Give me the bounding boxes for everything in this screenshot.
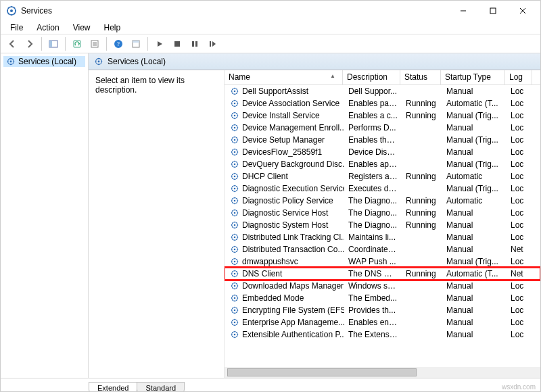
svg-point-48 bbox=[234, 261, 236, 263]
minimize-button[interactable] bbox=[448, 1, 478, 20]
service-row[interactable]: Downloaded Maps ManagerWindows se...Manu… bbox=[225, 280, 540, 292]
service-row[interactable]: Diagnostic Execution ServiceExecutes dia… bbox=[225, 182, 540, 195]
service-startup-type: Manual bbox=[442, 318, 507, 327]
services-app-icon bbox=[6, 5, 17, 16]
gear-icon bbox=[230, 160, 239, 169]
pane-header-title: Services (Local) bbox=[108, 57, 166, 66]
gear-icon bbox=[230, 232, 239, 242]
menu-help[interactable]: Help bbox=[97, 22, 128, 34]
service-row[interactable]: Device Setup ManagerEnables the ...Manua… bbox=[225, 134, 540, 146]
back-button[interactable] bbox=[5, 36, 20, 51]
service-startup-type: Manual bbox=[442, 208, 507, 218]
menu-view[interactable]: View bbox=[66, 22, 97, 34]
service-logon: Loc bbox=[507, 220, 534, 230]
service-description: Enables the ... bbox=[344, 135, 402, 145]
service-description: Provides th... bbox=[344, 305, 402, 315]
pause-service-button[interactable] bbox=[187, 36, 202, 51]
service-row[interactable]: Distributed Link Tracking Cl...Maintains… bbox=[225, 231, 540, 243]
service-name: Device Install Service bbox=[242, 111, 320, 120]
gear-icon bbox=[230, 281, 239, 291]
service-startup-type: Manual bbox=[442, 330, 507, 339]
close-button[interactable] bbox=[508, 1, 538, 20]
forward-button[interactable] bbox=[22, 36, 37, 51]
service-row[interactable]: Diagnostic Service HostThe Diagno...Runn… bbox=[225, 207, 540, 219]
service-startup-type: Manual bbox=[442, 293, 507, 303]
maximize-button[interactable] bbox=[478, 1, 508, 20]
export-list-button[interactable] bbox=[87, 36, 102, 51]
properties-button[interactable] bbox=[128, 36, 143, 51]
service-name: Embedded Mode bbox=[242, 293, 304, 303]
detail-description-area: Select an item to view its description. bbox=[89, 70, 224, 378]
service-name: Diagnostic Execution Service bbox=[242, 184, 344, 193]
gear-icon bbox=[230, 87, 239, 96]
service-logon: Loc bbox=[507, 281, 534, 291]
service-row[interactable]: DevicesFlow_25859f1Device Disc...ManualL… bbox=[225, 146, 540, 158]
service-row[interactable]: Embedded ModeThe Embed...ManualLoc bbox=[225, 292, 540, 304]
service-description: Dell Suppor... bbox=[344, 87, 402, 96]
services-rows[interactable]: Dell SupportAssistDell Suppor...ManualLo… bbox=[225, 85, 540, 367]
column-description[interactable]: Description bbox=[343, 70, 400, 84]
service-logon: Loc bbox=[507, 111, 534, 120]
service-name: Extensible Authentication P... bbox=[242, 330, 344, 339]
watermark: wsxdn.com bbox=[502, 383, 536, 391]
show-hide-tree-button[interactable] bbox=[46, 36, 61, 51]
service-description: Coordinates... bbox=[344, 245, 402, 254]
menu-action[interactable]: Action bbox=[30, 22, 66, 34]
service-startup-type: Manual (Trig... bbox=[442, 160, 507, 169]
service-row[interactable]: Diagnostic Policy ServiceThe Diagno...Ru… bbox=[225, 195, 540, 207]
main-body: Services (Local) Services (Local) Select… bbox=[1, 53, 540, 378]
service-row[interactable]: Device Association ServiceEnables pair..… bbox=[225, 97, 540, 109]
tab-extended[interactable]: Extended bbox=[89, 382, 137, 392]
service-startup-type: Automatic bbox=[442, 172, 507, 181]
service-logon: Loc bbox=[507, 232, 534, 242]
help-button[interactable]: ? bbox=[111, 36, 126, 51]
stop-service-button[interactable] bbox=[170, 36, 185, 51]
svg-point-36 bbox=[234, 188, 236, 190]
tree-node-services-local[interactable]: Services (Local) bbox=[3, 56, 85, 67]
column-log-on-as[interactable]: Log bbox=[505, 70, 532, 84]
service-startup-type: Manual (Trig... bbox=[442, 184, 507, 193]
service-logon: Loc bbox=[507, 196, 534, 205]
service-row[interactable]: Diagnostic System HostThe Diagno...Runni… bbox=[225, 219, 540, 231]
gear-icon bbox=[230, 208, 239, 218]
service-row[interactable]: DevQuery Background Disc...Enables app..… bbox=[225, 158, 540, 170]
svg-point-1 bbox=[10, 9, 13, 12]
service-row[interactable]: dmwappushsvcWAP Push ...Manual (Trig...L… bbox=[225, 255, 540, 268]
service-logon: Loc bbox=[507, 135, 534, 145]
service-startup-type: Manual bbox=[442, 305, 507, 315]
service-logon: Net bbox=[507, 269, 534, 278]
column-status[interactable]: Status bbox=[400, 70, 441, 84]
menu-file[interactable]: File bbox=[3, 22, 30, 34]
svg-point-52 bbox=[234, 285, 236, 287]
service-row[interactable]: DHCP ClientRegisters an...RunningAutomat… bbox=[225, 170, 540, 182]
svg-point-58 bbox=[234, 322, 236, 324]
service-logon: Loc bbox=[507, 87, 534, 96]
service-row[interactable]: DNS ClientThe DNS Cli...RunningAutomatic… bbox=[225, 268, 540, 280]
service-row[interactable]: Dell SupportAssistDell Suppor...ManualLo… bbox=[225, 85, 540, 97]
svg-rect-2 bbox=[490, 8, 496, 14]
service-row[interactable]: Device Install ServiceEnables a c...Runn… bbox=[225, 109, 540, 122]
service-name: Downloaded Maps Manager bbox=[242, 281, 344, 291]
toolbar: ? bbox=[1, 34, 540, 53]
restart-service-button[interactable] bbox=[205, 36, 220, 51]
service-row[interactable]: Enterprise App Manageme...Enables ent...… bbox=[225, 316, 540, 328]
horizontal-scrollbar[interactable] bbox=[225, 367, 540, 378]
service-status: Running bbox=[402, 269, 442, 278]
scrollbar-thumb[interactable] bbox=[227, 368, 417, 376]
tab-standard[interactable]: Standard bbox=[137, 382, 185, 392]
column-name[interactable]: Name bbox=[225, 70, 343, 84]
gear-icon bbox=[230, 245, 239, 254]
column-startup-type[interactable]: Startup Type bbox=[441, 70, 505, 84]
service-description: The Extensi... bbox=[344, 330, 402, 339]
service-row[interactable]: Encrypting File System (EFS)Provides th.… bbox=[225, 304, 540, 316]
refresh-button[interactable] bbox=[70, 36, 85, 51]
tree-node-label: Services (Local) bbox=[18, 57, 76, 66]
start-service-button[interactable] bbox=[152, 36, 167, 51]
service-row[interactable]: Distributed Transaction Co...Coordinates… bbox=[225, 243, 540, 255]
svg-point-60 bbox=[234, 334, 236, 336]
service-row[interactable]: Device Management Enroll...Performs D...… bbox=[225, 122, 540, 134]
gear-icon bbox=[230, 257, 239, 266]
svg-point-20 bbox=[234, 91, 236, 93]
service-description: Executes dia... bbox=[344, 184, 402, 193]
service-row[interactable]: Extensible Authentication P...The Extens… bbox=[225, 328, 540, 341]
